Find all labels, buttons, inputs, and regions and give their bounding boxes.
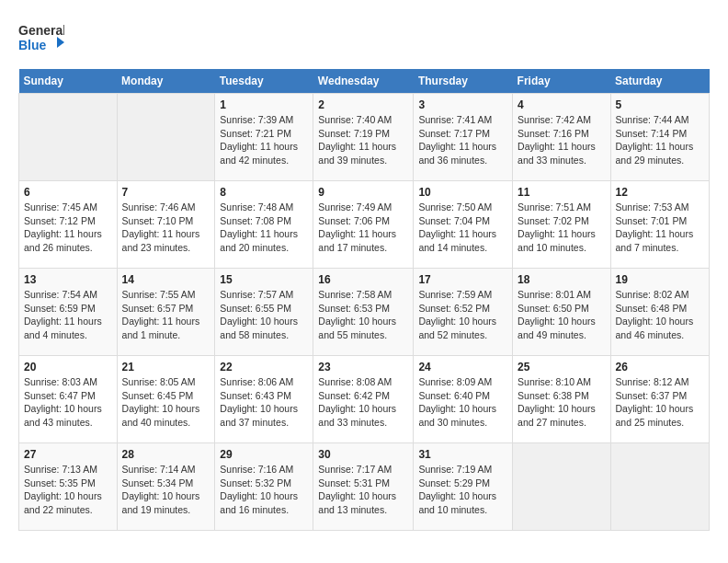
day-info: Sunrise: 8:05 AM Sunset: 6:45 PM Dayligh… xyxy=(122,375,210,430)
day-cell: 4Sunrise: 7:42 AM Sunset: 7:16 PM Daylig… xyxy=(513,94,610,181)
day-info: Sunrise: 8:09 AM Sunset: 6:40 PM Dayligh… xyxy=(418,375,507,430)
day-info: Sunrise: 8:12 AM Sunset: 6:37 PM Dayligh… xyxy=(616,375,705,430)
day-info: Sunrise: 7:48 AM Sunset: 7:08 PM Dayligh… xyxy=(220,201,308,255)
week-row-2: 6Sunrise: 7:45 AM Sunset: 7:12 PM Daylig… xyxy=(19,181,710,269)
day-number: 2 xyxy=(318,98,408,111)
day-info: Sunrise: 7:44 AM Sunset: 7:14 PM Dayligh… xyxy=(616,113,705,167)
day-info: Sunrise: 7:51 AM Sunset: 7:02 PM Dayligh… xyxy=(518,201,605,255)
day-cell: 11Sunrise: 7:51 AM Sunset: 7:02 PM Dayli… xyxy=(513,181,610,269)
week-row-1: 1Sunrise: 7:39 AM Sunset: 7:21 PM Daylig… xyxy=(19,94,710,181)
day-number: 25 xyxy=(518,361,605,373)
day-number: 11 xyxy=(518,186,605,199)
day-cell: 26Sunrise: 8:12 AM Sunset: 6:37 PM Dayli… xyxy=(610,356,710,443)
day-info: Sunrise: 8:06 AM Sunset: 6:43 PM Dayligh… xyxy=(220,375,308,430)
day-cell: 10Sunrise: 7:50 AM Sunset: 7:04 PM Dayli… xyxy=(414,181,513,269)
day-number: 23 xyxy=(318,361,408,373)
day-cell xyxy=(610,443,710,531)
day-number: 10 xyxy=(418,186,507,199)
day-info: Sunrise: 7:40 AM Sunset: 7:19 PM Dayligh… xyxy=(318,113,408,167)
day-number: 26 xyxy=(616,361,705,373)
day-number: 30 xyxy=(318,448,408,461)
day-number: 8 xyxy=(220,186,308,199)
day-cell xyxy=(19,94,118,181)
day-info: Sunrise: 7:13 AM Sunset: 5:35 PM Dayligh… xyxy=(24,463,112,517)
day-cell: 5Sunrise: 7:44 AM Sunset: 7:14 PM Daylig… xyxy=(610,94,710,181)
day-number: 31 xyxy=(418,448,507,461)
day-number: 24 xyxy=(418,361,507,373)
header-row: SundayMondayTuesdayWednesdayThursdayFrid… xyxy=(19,69,710,94)
day-cell: 8Sunrise: 7:48 AM Sunset: 7:08 PM Daylig… xyxy=(215,181,313,269)
column-header-tuesday: Tuesday xyxy=(215,69,313,94)
day-info: Sunrise: 7:16 AM Sunset: 5:32 PM Dayligh… xyxy=(220,463,308,517)
day-cell xyxy=(117,94,215,181)
day-number: 27 xyxy=(24,448,112,461)
day-cell: 2Sunrise: 7:40 AM Sunset: 7:19 PM Daylig… xyxy=(313,94,414,181)
day-info: Sunrise: 7:58 AM Sunset: 6:53 PM Dayligh… xyxy=(318,288,408,342)
day-cell: 22Sunrise: 8:06 AM Sunset: 6:43 PM Dayli… xyxy=(215,356,313,443)
day-cell: 6Sunrise: 7:45 AM Sunset: 7:12 PM Daylig… xyxy=(19,181,118,269)
day-cell: 18Sunrise: 8:01 AM Sunset: 6:50 PM Dayli… xyxy=(513,269,610,356)
day-info: Sunrise: 7:53 AM Sunset: 7:01 PM Dayligh… xyxy=(616,201,705,255)
column-header-sunday: Sunday xyxy=(19,69,118,94)
day-number: 3 xyxy=(418,98,507,111)
logo: General Blue xyxy=(18,18,64,60)
day-info: Sunrise: 7:54 AM Sunset: 6:59 PM Dayligh… xyxy=(24,288,112,342)
day-cell: 14Sunrise: 7:55 AM Sunset: 6:57 PM Dayli… xyxy=(117,269,215,356)
day-cell: 29Sunrise: 7:16 AM Sunset: 5:32 PM Dayli… xyxy=(215,443,313,531)
day-info: Sunrise: 8:02 AM Sunset: 6:48 PM Dayligh… xyxy=(616,288,705,342)
day-number: 29 xyxy=(220,448,308,461)
day-cell: 20Sunrise: 8:03 AM Sunset: 6:47 PM Dayli… xyxy=(19,356,118,443)
day-number: 12 xyxy=(616,186,705,199)
day-number: 18 xyxy=(518,273,605,286)
day-cell: 16Sunrise: 7:58 AM Sunset: 6:53 PM Dayli… xyxy=(313,269,414,356)
day-cell: 9Sunrise: 7:49 AM Sunset: 7:06 PM Daylig… xyxy=(313,181,414,269)
day-number: 5 xyxy=(616,98,705,111)
day-cell: 19Sunrise: 8:02 AM Sunset: 6:48 PM Dayli… xyxy=(610,269,710,356)
week-row-5: 27Sunrise: 7:13 AM Sunset: 5:35 PM Dayli… xyxy=(19,443,710,531)
day-number: 17 xyxy=(418,273,507,286)
page-header: General Blue xyxy=(18,18,710,60)
day-number: 28 xyxy=(122,448,210,461)
column-header-saturday: Saturday xyxy=(610,69,710,94)
day-cell: 27Sunrise: 7:13 AM Sunset: 5:35 PM Dayli… xyxy=(19,443,118,531)
day-cell: 12Sunrise: 7:53 AM Sunset: 7:01 PM Dayli… xyxy=(610,181,710,269)
day-number: 4 xyxy=(518,98,605,111)
day-number: 19 xyxy=(616,273,705,286)
day-number: 21 xyxy=(122,361,210,373)
day-info: Sunrise: 7:19 AM Sunset: 5:29 PM Dayligh… xyxy=(418,463,507,517)
day-info: Sunrise: 7:49 AM Sunset: 7:06 PM Dayligh… xyxy=(318,201,408,255)
column-header-friday: Friday xyxy=(513,69,610,94)
day-number: 20 xyxy=(24,361,112,373)
day-cell: 17Sunrise: 7:59 AM Sunset: 6:52 PM Dayli… xyxy=(414,269,513,356)
day-info: Sunrise: 7:14 AM Sunset: 5:34 PM Dayligh… xyxy=(122,463,210,517)
day-cell: 31Sunrise: 7:19 AM Sunset: 5:29 PM Dayli… xyxy=(414,443,513,531)
svg-text:Blue: Blue xyxy=(18,38,47,52)
week-row-3: 13Sunrise: 7:54 AM Sunset: 6:59 PM Dayli… xyxy=(19,269,710,356)
day-cell: 28Sunrise: 7:14 AM Sunset: 5:34 PM Dayli… xyxy=(117,443,215,531)
day-cell: 1Sunrise: 7:39 AM Sunset: 7:21 PM Daylig… xyxy=(215,94,313,181)
column-header-thursday: Thursday xyxy=(414,69,513,94)
day-cell: 21Sunrise: 8:05 AM Sunset: 6:45 PM Dayli… xyxy=(117,356,215,443)
day-number: 6 xyxy=(24,186,112,199)
day-info: Sunrise: 7:39 AM Sunset: 7:21 PM Dayligh… xyxy=(220,113,308,167)
svg-text:General: General xyxy=(18,23,64,38)
day-cell: 30Sunrise: 7:17 AM Sunset: 5:31 PM Dayli… xyxy=(313,443,414,531)
day-info: Sunrise: 8:01 AM Sunset: 6:50 PM Dayligh… xyxy=(518,288,605,342)
day-cell: 13Sunrise: 7:54 AM Sunset: 6:59 PM Dayli… xyxy=(19,269,118,356)
logo-svg: General Blue xyxy=(18,18,64,60)
day-cell xyxy=(513,443,610,531)
day-info: Sunrise: 7:50 AM Sunset: 7:04 PM Dayligh… xyxy=(418,201,507,255)
svg-marker-2 xyxy=(57,37,64,48)
day-number: 9 xyxy=(318,186,408,199)
day-info: Sunrise: 7:46 AM Sunset: 7:10 PM Dayligh… xyxy=(122,201,210,255)
day-cell: 15Sunrise: 7:57 AM Sunset: 6:55 PM Dayli… xyxy=(215,269,313,356)
day-info: Sunrise: 7:17 AM Sunset: 5:31 PM Dayligh… xyxy=(318,463,408,517)
day-number: 14 xyxy=(122,273,210,286)
day-number: 7 xyxy=(122,186,210,199)
day-info: Sunrise: 7:55 AM Sunset: 6:57 PM Dayligh… xyxy=(122,288,210,342)
day-number: 16 xyxy=(318,273,408,286)
day-number: 15 xyxy=(220,273,308,286)
day-info: Sunrise: 7:57 AM Sunset: 6:55 PM Dayligh… xyxy=(220,288,308,342)
day-info: Sunrise: 7:41 AM Sunset: 7:17 PM Dayligh… xyxy=(418,113,507,167)
day-number: 13 xyxy=(24,273,112,286)
